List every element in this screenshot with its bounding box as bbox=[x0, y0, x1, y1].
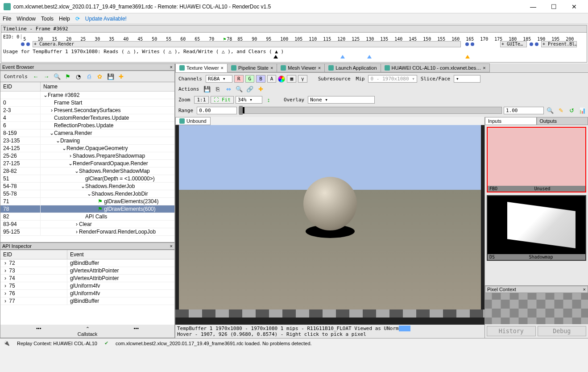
event-list[interactable]: ⌄Frame #36920Frame Start2-3›Present.Seco… bbox=[0, 92, 174, 242]
event-row[interactable]: 83-94›Clear bbox=[0, 221, 174, 228]
minimize-button[interactable]: — bbox=[523, 3, 543, 10]
event-row[interactable]: 82API Calls bbox=[0, 213, 174, 221]
gamma-button[interactable]: γ bbox=[298, 75, 307, 83]
segment-guite[interactable]: + GUITe… bbox=[500, 41, 527, 47]
api-row[interactable]: › 77glBindBuffer bbox=[0, 297, 174, 305]
menu-help[interactable]: Help bbox=[59, 16, 70, 22]
channel-a[interactable]: A bbox=[267, 75, 277, 83]
range-low-input[interactable] bbox=[197, 107, 237, 114]
close-icon[interactable]: × bbox=[318, 65, 321, 71]
channels-select[interactable]: RGBA ▾ bbox=[206, 75, 232, 83]
tab-mesh-viewer[interactable]: Mesh Viewer× bbox=[277, 63, 325, 72]
find-icon[interactable]: 🔍 bbox=[235, 84, 244, 93]
menu-file[interactable]: File bbox=[3, 16, 11, 22]
tab-texture-viewer[interactable]: Texture Viewer× bbox=[175, 63, 228, 72]
fit-button[interactable]: ⛶ Fit bbox=[211, 96, 234, 104]
histogram-icon[interactable]: 📊 bbox=[578, 106, 587, 115]
event-row[interactable]: 27-125⌄RenderForwardOpaque.Render bbox=[0, 160, 174, 167]
overlay-select[interactable]: None ▾ bbox=[308, 96, 375, 104]
event-row[interactable]: 4CustomRenderTextures.Update bbox=[0, 114, 174, 122]
event-row[interactable]: 0Frame Start bbox=[0, 99, 174, 107]
bookmark-icon[interactable]: ⎙ bbox=[85, 72, 94, 81]
plugin-icon[interactable]: ✚ bbox=[117, 72, 126, 81]
event-row[interactable]: 24-125⌄Render.OpaqueGeometry bbox=[0, 145, 174, 152]
event-row[interactable]: 95-125›RenderForward.RenderLoopJob bbox=[0, 228, 174, 236]
prev-button[interactable]: ← bbox=[31, 72, 40, 81]
save-icon[interactable]: 💾 bbox=[203, 84, 211, 93]
thumbnail-list[interactable]: FBOUnused DSShadowmap bbox=[485, 125, 588, 285]
segment-present[interactable]: + Present.Bl… bbox=[541, 41, 577, 47]
menu-window[interactable]: Window bbox=[17, 16, 36, 22]
api-row[interactable]: › 73glVertexAttribPointer bbox=[0, 267, 174, 275]
outputs-tab[interactable]: Outputs bbox=[537, 117, 588, 125]
close-icon[interactable]: × bbox=[270, 65, 273, 71]
gear-icon[interactable]: ✿ bbox=[95, 72, 104, 81]
close-icon[interactable]: × bbox=[583, 287, 586, 292]
thumbnail-ds[interactable]: DSShadowmap bbox=[487, 195, 586, 261]
event-row[interactable]: 6ReflectionProbes.Update bbox=[0, 122, 174, 130]
event-row[interactable]: 51glClear(Depth = <1.000000>) bbox=[0, 175, 174, 183]
plugin-icon[interactable]: ✚ bbox=[256, 84, 265, 93]
callstack-toggle[interactable]: ⌄ Callstack bbox=[0, 325, 174, 338]
inputs-tab[interactable]: Inputs bbox=[485, 117, 537, 125]
thumbnail-fbo[interactable]: FBOUnused bbox=[487, 127, 586, 192]
close-icon[interactable]: × bbox=[221, 65, 224, 71]
slice-select[interactable]: ▾ bbox=[454, 75, 480, 83]
flag-icon[interactable]: ⚑ bbox=[63, 72, 72, 81]
reset-icon[interactable]: ↺ bbox=[567, 106, 576, 115]
find-icon[interactable]: 🔍 bbox=[53, 72, 62, 81]
zoom-select[interactable]: 34% ▾ bbox=[236, 96, 262, 104]
event-row[interactable]: 23-135⌄Drawing bbox=[0, 137, 174, 145]
api-list[interactable]: › 72glBindBuffer› 73glVertexAttribPointe… bbox=[0, 259, 174, 325]
mip-select[interactable]: 0 - 1970x1080 ▾ bbox=[368, 75, 417, 83]
maximize-button[interactable]: ☐ bbox=[543, 3, 564, 10]
next-button[interactable]: → bbox=[42, 72, 51, 81]
zoom-11-button[interactable]: 1:1 bbox=[194, 96, 209, 104]
close-icon[interactable]: × bbox=[483, 65, 485, 71]
flip-icon[interactable]: ↕ bbox=[264, 95, 273, 104]
timeline-bar[interactable]: + Camera.Render + GUITe… + Present.Bl… bbox=[1, 41, 587, 48]
pixel-context-view[interactable] bbox=[485, 293, 588, 324]
event-row[interactable]: 8-159⌄Camera.Render bbox=[0, 130, 174, 137]
zoom-range-icon[interactable]: 🔍 bbox=[546, 106, 555, 115]
save-icon[interactable]: 💾 bbox=[106, 72, 115, 81]
goto-icon[interactable]: ⇔ bbox=[224, 84, 233, 93]
menu-tools[interactable]: Tools bbox=[41, 16, 54, 22]
tab-pipeline-state[interactable]: Pipeline State× bbox=[227, 63, 277, 72]
unbound-tab[interactable]: Unbound bbox=[175, 117, 211, 125]
close-button[interactable]: ✕ bbox=[564, 3, 584, 10]
copy-icon[interactable]: ⎘ bbox=[213, 84, 222, 93]
refresh-icon[interactable]: ⟳ bbox=[75, 16, 80, 22]
api-row[interactable]: › 74glVertexAttribPointer bbox=[0, 275, 174, 282]
color-wheel-icon[interactable] bbox=[278, 75, 285, 83]
timer-icon[interactable]: ◔ bbox=[74, 72, 83, 81]
event-row[interactable]: ⌄Frame #3692 bbox=[0, 92, 174, 99]
channel-r[interactable]: R bbox=[234, 75, 244, 83]
event-row[interactable]: 55-78⌄Shadows.RenderJobDir bbox=[0, 190, 174, 198]
close-icon[interactable]: × bbox=[170, 243, 173, 249]
history-button[interactable]: History bbox=[487, 326, 536, 336]
wand-icon[interactable]: ✎ bbox=[556, 106, 565, 115]
range-slider[interactable] bbox=[239, 107, 502, 114]
event-row[interactable]: 78⚑ glDrawElements(600) bbox=[0, 205, 174, 213]
channel-g[interactable]: G bbox=[245, 75, 255, 83]
timeline-ruler[interactable]: EID: 0 510152025303540455055606570⚑78859… bbox=[1, 33, 587, 41]
event-row[interactable]: 25-26›Shadows.PrepareShadowmap bbox=[0, 152, 174, 160]
checker-icon[interactable]: ▦ bbox=[287, 75, 296, 83]
event-row[interactable]: 28-82⌄Shadows.RenderShadowMap bbox=[0, 167, 174, 175]
segment-camera[interactable]: + Camera.Render bbox=[33, 41, 461, 47]
event-row[interactable]: 54-78⌄Shadows.RenderJob bbox=[0, 183, 174, 190]
event-row[interactable]: 71⚑ glDrawElements(2304) bbox=[0, 198, 174, 205]
debug-button[interactable]: Debug bbox=[538, 326, 587, 336]
api-row[interactable]: › 72glBindBuffer bbox=[0, 259, 174, 267]
tab-remote[interactable]: HUAWEI COL-AL10 - com.xlcwnet.bes…× bbox=[381, 63, 490, 72]
update-link[interactable]: Update Available! bbox=[85, 16, 127, 22]
close-icon[interactable]: × bbox=[170, 64, 173, 70]
api-row[interactable]: › 76glUniform4fv bbox=[0, 290, 174, 297]
range-high-input[interactable] bbox=[504, 107, 544, 114]
channel-b[interactable]: B bbox=[256, 75, 265, 83]
texture-viewport[interactable] bbox=[175, 125, 484, 325]
api-row[interactable]: › 75glUniform4fv bbox=[0, 282, 174, 290]
link-icon[interactable]: 🔗 bbox=[245, 84, 254, 93]
event-row[interactable]: 2-3›Present.SecondarySurfaces bbox=[0, 107, 174, 114]
